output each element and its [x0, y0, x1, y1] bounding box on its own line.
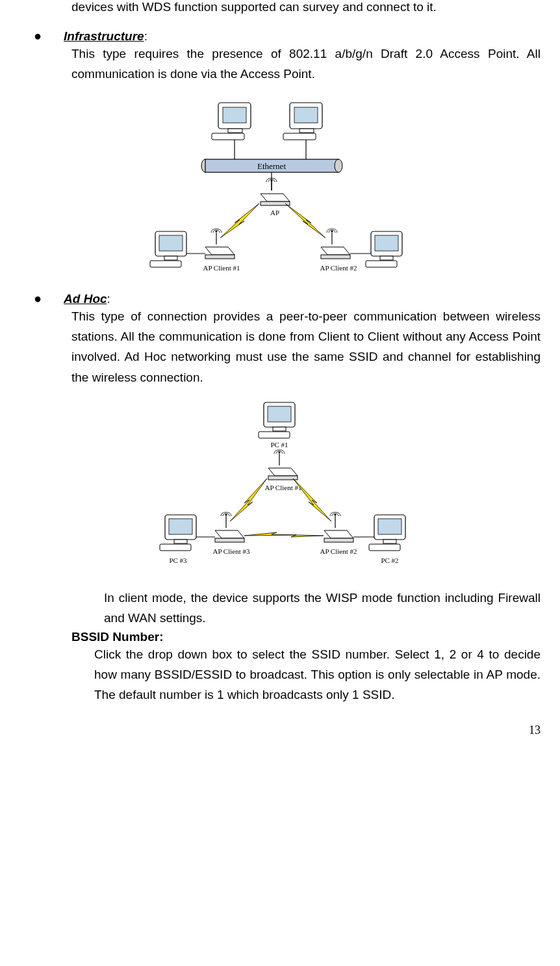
pc1-label: PC #1: [270, 441, 288, 449]
access-point-client-icon: AP Client #2: [320, 247, 357, 272]
svg-rect-54: [383, 540, 396, 543]
client2-label: AP Client #2: [320, 264, 357, 272]
desktop-pc-icon: [160, 515, 196, 551]
svg-point-49: [335, 514, 337, 516]
access-point-icon: AP: [261, 194, 290, 216]
page-number: 13: [19, 724, 541, 737]
ethernet-bus-icon: Ethernet: [201, 159, 342, 172]
wireless-signal-icon: [244, 532, 324, 537]
svg-rect-31: [380, 256, 393, 260]
infrastructure-diagram: Ethernet AP AP Client #1: [144, 96, 416, 285]
svg-point-41: [225, 514, 227, 516]
antenna-icon: [274, 450, 285, 465]
antenna-icon: [327, 229, 337, 244]
antenna-icon: [266, 178, 277, 190]
access-point-client-icon: AP Client #1: [264, 468, 301, 491]
bullet-icon: ●: [34, 29, 42, 44]
svg-rect-2: [228, 129, 242, 133]
svg-rect-3: [212, 133, 244, 140]
svg-point-18: [216, 230, 218, 232]
wireless-signal-icon: [293, 478, 331, 521]
desktop-pc-icon: [150, 231, 186, 267]
client3-label: AP Client #3: [212, 547, 250, 555]
svg-point-26: [331, 230, 333, 232]
wireless-signal-icon: [285, 203, 325, 238]
svg-rect-5: [294, 107, 318, 123]
desktop-pc-icon: [366, 231, 402, 267]
infrastructure-title: Infrastructure: [64, 29, 144, 43]
adhoc-body: This type of connection provides a peer-…: [71, 306, 541, 387]
adhoc-title: Ad Hoc: [64, 292, 107, 306]
svg-rect-39: [268, 476, 298, 480]
section-adhoc: ● Ad Hoc: This type of connection provid…: [19, 291, 541, 387]
svg-rect-46: [174, 540, 187, 543]
svg-rect-22: [159, 235, 183, 251]
access-point-client-icon: AP Client #3: [212, 530, 250, 555]
colon: :: [144, 29, 147, 43]
client1-label: AP Client #1: [203, 264, 240, 272]
svg-rect-6: [299, 129, 314, 133]
desktop-pc-icon: [212, 103, 251, 140]
svg-point-38: [279, 452, 281, 454]
desktop-pc-icon: [259, 402, 295, 438]
svg-rect-30: [375, 235, 398, 251]
antenna-icon: [211, 229, 222, 244]
antenna-icon: [330, 512, 340, 528]
svg-rect-24: [150, 261, 181, 267]
svg-rect-42: [215, 538, 244, 542]
svg-rect-1: [223, 107, 246, 123]
section-infrastructure: ● Infrastructure: This type requires the…: [19, 29, 541, 85]
pc3-label: PC #3: [169, 556, 187, 564]
svg-rect-47: [160, 544, 191, 551]
antenna-icon: [221, 512, 231, 528]
bssid-title: BSSID Number:: [71, 630, 541, 644]
svg-rect-55: [369, 544, 400, 551]
svg-rect-35: [273, 427, 286, 431]
bssid-body: Click the drop down box to select the SS…: [94, 644, 541, 705]
wireless-signal-icon: [230, 478, 267, 521]
bullet-icon: ●: [34, 291, 42, 306]
svg-rect-27: [321, 255, 350, 259]
adhoc-sub-body: In client mode, the device supports the …: [104, 588, 541, 629]
colon: :: [107, 292, 110, 306]
desktop-pc-icon: [283, 103, 322, 140]
adhoc-diagram: PC #1 AP Client #1 AP Client #3: [147, 399, 413, 581]
ethernet-label: Ethernet: [257, 161, 286, 171]
svg-rect-23: [164, 256, 177, 260]
svg-point-15: [271, 179, 273, 181]
desktop-pc-icon: [369, 515, 405, 551]
svg-rect-32: [366, 261, 397, 267]
svg-rect-7: [283, 133, 316, 140]
top-paragraph: devices with WDS function supported can …: [71, 0, 541, 14]
access-point-client-icon: AP Client #1: [203, 247, 240, 272]
access-point-client-icon: AP Client #2: [320, 530, 357, 555]
svg-rect-45: [169, 519, 192, 534]
svg-rect-34: [268, 406, 291, 422]
svg-rect-53: [378, 519, 401, 534]
wireless-signal-icon: [220, 203, 259, 238]
pc2-label: PC #2: [381, 556, 398, 564]
ap-label: AP: [270, 209, 279, 216]
client2-label: AP Client #2: [320, 547, 357, 555]
infrastructure-body: This type requires the presence of 802.1…: [71, 44, 541, 85]
svg-rect-50: [324, 538, 353, 542]
svg-point-12: [335, 159, 342, 172]
page-content: devices with WDS function supported can …: [0, 0, 560, 750]
client1-label: AP Client #1: [264, 484, 301, 491]
svg-rect-19: [205, 255, 235, 259]
svg-rect-36: [259, 432, 290, 438]
